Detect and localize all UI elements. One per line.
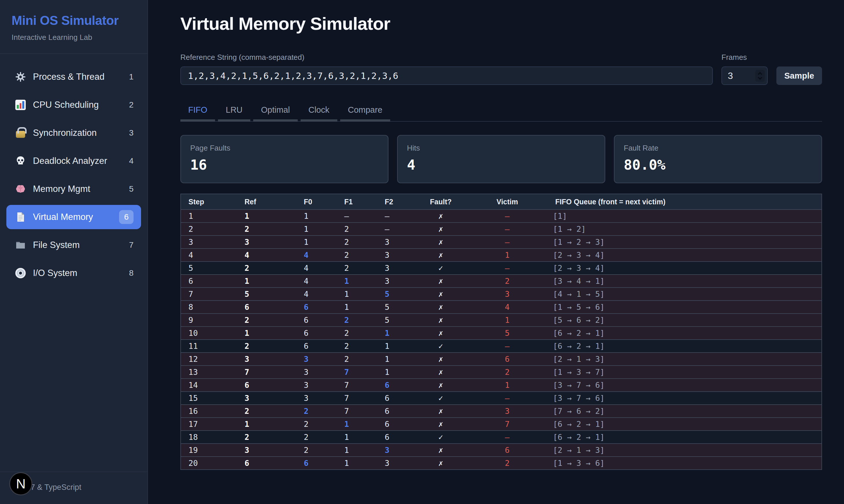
- cell-f0: 2: [296, 444, 337, 456]
- sidebar-item-cpu-scheduling[interactable]: CPU Scheduling 2: [6, 93, 141, 117]
- cell-fault: ✗: [415, 353, 467, 365]
- stat-value: 80.0%: [624, 157, 812, 173]
- cell-step: 1: [181, 210, 237, 222]
- cell-queue: [6 → 2 → 1]: [548, 418, 822, 431]
- cell-victim: 2: [467, 274, 548, 288]
- cell-step: 2: [181, 222, 237, 235]
- table-row: 15 3 3 7 6 ✓ – [3 → 7 → 6]: [181, 392, 822, 404]
- cell-f1: 7: [337, 404, 377, 418]
- lock-icon: [14, 128, 27, 138]
- cell-queue: [3 → 4 → 1]: [548, 274, 822, 288]
- cell-ref: 2: [237, 313, 296, 327]
- table-row: 14 6 3 7 6 ✗ 1 [3 → 7 → 6]: [181, 379, 822, 392]
- cell-fault: ✗: [415, 404, 467, 418]
- cell-victim: 1: [467, 379, 548, 392]
- cell-f2: 3: [377, 274, 415, 288]
- cell-f2: 6: [377, 431, 415, 444]
- stat-label: Hits: [407, 144, 595, 152]
- gear-icon: [14, 72, 27, 82]
- cell-fault: ✗: [415, 444, 467, 456]
- cell-step: 3: [181, 235, 237, 249]
- sidebar-item-number: 4: [129, 156, 133, 166]
- cell-f0: 6: [296, 456, 337, 470]
- cell-f1: –: [337, 210, 377, 222]
- cell-f2: 1: [377, 353, 415, 365]
- tab-optimal[interactable]: Optimal: [253, 101, 298, 122]
- cell-ref: 7: [237, 365, 296, 379]
- cell-queue: [5 → 6 → 2]: [548, 313, 822, 327]
- cell-victim: –: [467, 431, 548, 444]
- cell-f0: 1: [296, 222, 337, 235]
- cell-fault: ✗: [415, 249, 467, 262]
- cell-ref: 2: [237, 222, 296, 235]
- frames-input[interactable]: 3: [721, 67, 768, 85]
- cell-victim: 5: [467, 327, 548, 340]
- tab-lru[interactable]: LRU: [218, 101, 250, 122]
- cell-queue: [6 → 2 → 1]: [548, 340, 822, 353]
- sidebar-item-deadlock-analyzer[interactable]: Deadlock Analyzer 4: [6, 149, 141, 173]
- cell-ref: 6: [237, 456, 296, 470]
- cell-f2: 5: [377, 301, 415, 313]
- sidebar-item-synchronization[interactable]: Synchronization 3: [6, 121, 141, 145]
- cell-victim: 1: [467, 249, 548, 262]
- sidebar-item-memory-mgmt[interactable]: Memory Mgmt 5: [6, 177, 141, 201]
- table-body: 1 1 1 – – ✗ – [1] 2 2 1 2 – ✗ –: [181, 210, 822, 470]
- cell-victim: –: [467, 340, 548, 353]
- cell-queue: [2 → 3 → 4]: [548, 249, 822, 262]
- cell-queue: [3 → 7 → 6]: [548, 392, 822, 404]
- tab-clock[interactable]: Clock: [301, 101, 337, 122]
- cell-fault: ✓: [415, 262, 467, 274]
- cell-fault: ✓: [415, 340, 467, 353]
- cell-victim: 7: [467, 418, 548, 431]
- sidebar-item-number: 7: [129, 240, 133, 250]
- cell-f2: 3: [377, 456, 415, 470]
- table-row: 8 6 6 1 5 ✗ 4 [1 → 5 → 6]: [181, 301, 822, 313]
- nextjs-dev-badge[interactable]: N: [9, 472, 32, 495]
- stat-card-fault-rate: Fault Rate 80.0%: [614, 135, 822, 183]
- table-header: Step Ref F0 F1 F2 Fault? Victim FIFO Que…: [181, 194, 822, 210]
- stepper-arrows[interactable]: [755, 70, 765, 82]
- cell-f1: 2: [337, 235, 377, 249]
- sidebar-item-number: 3: [129, 128, 133, 138]
- frames-label: Frames: [721, 53, 768, 62]
- cell-ref: 3: [237, 392, 296, 404]
- cell-f1: 1: [337, 444, 377, 456]
- table-row: 2 2 1 2 – ✗ – [1 → 2]: [181, 222, 822, 235]
- col-step: Step: [181, 194, 237, 210]
- cell-step: 13: [181, 365, 237, 379]
- cell-fault: ✗: [415, 313, 467, 327]
- cell-queue: [1 → 2]: [548, 222, 822, 235]
- sidebar-item-io-system[interactable]: I/O System 8: [6, 261, 141, 285]
- cell-f2: 1: [377, 327, 415, 340]
- cell-f1: 1: [337, 456, 377, 470]
- cell-f2: 6: [377, 404, 415, 418]
- chevron-down-icon[interactable]: [758, 75, 762, 80]
- cell-f2: 5: [377, 313, 415, 327]
- sidebar-item-virtual-memory[interactable]: Virtual Memory 6: [6, 205, 141, 229]
- brain-icon: [14, 184, 27, 194]
- cell-f0: 6: [296, 340, 337, 353]
- table-row: 3 3 1 2 3 ✗ – [1 → 2 → 3]: [181, 235, 822, 249]
- sidebar-item-file-system[interactable]: File System 7: [6, 233, 141, 257]
- tab-compare[interactable]: Compare: [340, 101, 390, 122]
- cell-ref: 1: [237, 210, 296, 222]
- page-icon: [14, 212, 27, 222]
- sidebar-item-process-thread[interactable]: Process & Thread 1: [6, 65, 141, 89]
- sidebar-item-number: 8: [129, 269, 133, 278]
- cell-ref: 3: [237, 444, 296, 456]
- tab-fifo[interactable]: FIFO: [180, 101, 215, 122]
- cell-queue: [6 → 2 → 1]: [548, 431, 822, 444]
- cell-fault: ✗: [415, 327, 467, 340]
- cell-f1: 2: [337, 222, 377, 235]
- cell-victim: 3: [467, 288, 548, 301]
- reference-string-group: Reference String (comma-separated): [180, 53, 713, 85]
- reference-string-input[interactable]: [180, 67, 713, 85]
- cell-f0: 6: [296, 327, 337, 340]
- cell-step: 8: [181, 301, 237, 313]
- cell-fault: ✓: [415, 392, 467, 404]
- cell-f1: 7: [337, 365, 377, 379]
- cell-step: 18: [181, 431, 237, 444]
- cell-f0: 3: [296, 365, 337, 379]
- cell-step: 14: [181, 379, 237, 392]
- sample-button[interactable]: Sample: [776, 67, 822, 85]
